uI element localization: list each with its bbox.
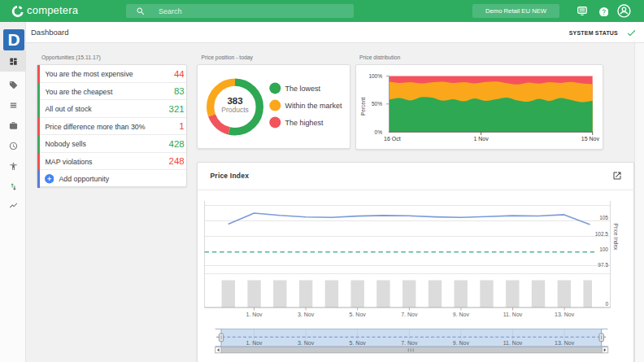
svg-text:Products: Products	[221, 106, 249, 114]
svg-text:Within the market: Within the market	[285, 102, 343, 110]
svg-text:3. Nov: 3. Nov	[298, 312, 315, 317]
svg-text:1. Nov: 1. Nov	[246, 340, 263, 346]
svg-text:1 Nov: 1 Nov	[473, 136, 489, 142]
svg-text:5. Nov: 5. Nov	[350, 340, 367, 346]
svg-text:3. Nov: 3. Nov	[298, 340, 315, 346]
svg-text:97.5: 97.5	[598, 262, 608, 268]
svg-text:7. Nov: 7. Nov	[401, 340, 418, 346]
svg-text:7. Nov: 7. Nov	[401, 312, 418, 317]
svg-text:11. Nov: 11. Nov	[503, 312, 523, 317]
svg-text:Percent: Percent	[360, 97, 366, 116]
svg-text:383: 383	[227, 96, 242, 106]
svg-text:50%: 50%	[372, 101, 382, 107]
svg-text:13. Nov: 13. Nov	[555, 340, 575, 346]
svg-text:The highest: The highest	[285, 119, 324, 127]
svg-text:The lowest: The lowest	[285, 85, 321, 93]
svg-text:0: 0	[605, 301, 608, 307]
svg-text:1. Nov: 1. Nov	[246, 312, 263, 317]
svg-text:100: 100	[599, 246, 608, 252]
svg-text:100%: 100%	[368, 73, 382, 79]
svg-text:9. Nov: 9. Nov	[453, 340, 470, 346]
svg-text:11. Nov: 11. Nov	[503, 340, 523, 346]
svg-text:5. Nov: 5. Nov	[350, 312, 367, 317]
svg-text:105: 105	[599, 215, 608, 220]
svg-text:13. Nov: 13. Nov	[555, 312, 575, 317]
svg-text:0%: 0%	[375, 129, 383, 135]
svg-text:16 Oct: 16 Oct	[384, 136, 401, 142]
svg-text:15 Nov: 15 Nov	[581, 136, 600, 142]
svg-text:102.5: 102.5	[595, 231, 609, 237]
svg-text:Price Index: Price Index	[613, 224, 619, 251]
svg-text:9. Nov: 9. Nov	[453, 312, 470, 317]
